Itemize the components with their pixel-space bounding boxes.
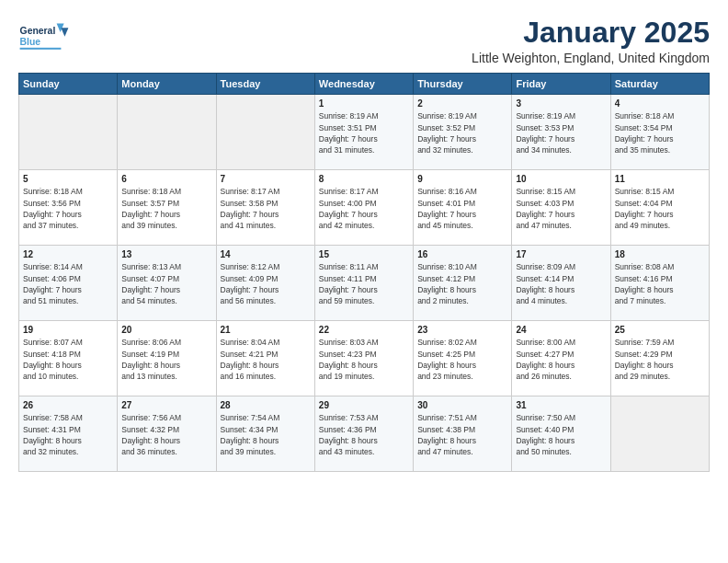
table-row: 18Sunrise: 8:08 AM Sunset: 4:16 PM Dayli… bbox=[610, 246, 709, 321]
table-row: 19Sunrise: 8:07 AM Sunset: 4:18 PM Dayli… bbox=[19, 321, 118, 396]
table-row: 1Sunrise: 8:19 AM Sunset: 3:51 PM Daylig… bbox=[314, 95, 413, 170]
day-info: Sunrise: 8:11 AM Sunset: 4:11 PM Dayligh… bbox=[319, 261, 409, 306]
day-number: 11 bbox=[615, 174, 705, 184]
month-title: January 2025 bbox=[472, 17, 710, 49]
day-info: Sunrise: 8:17 AM Sunset: 3:58 PM Dayligh… bbox=[221, 186, 311, 231]
table-row: 11Sunrise: 8:15 AM Sunset: 4:04 PM Dayli… bbox=[610, 170, 709, 246]
table-row: 4Sunrise: 8:18 AM Sunset: 3:54 PM Daylig… bbox=[610, 95, 709, 170]
day-info: Sunrise: 8:18 AM Sunset: 3:54 PM Dayligh… bbox=[615, 110, 705, 155]
location: Little Weighton, England, United Kingdom bbox=[472, 51, 710, 65]
svg-text:Blue: Blue bbox=[20, 37, 41, 47]
svg-rect-4 bbox=[20, 48, 62, 50]
day-number: 2 bbox=[417, 98, 507, 109]
day-number: 19 bbox=[23, 325, 113, 335]
day-info: Sunrise: 7:58 AM Sunset: 4:31 PM Dayligh… bbox=[23, 412, 113, 457]
calendar-body: 1Sunrise: 8:19 AM Sunset: 3:51 PM Daylig… bbox=[19, 95, 710, 472]
page: General Blue January 2025 Little Weighto… bbox=[0, 0, 728, 563]
day-number: 22 bbox=[319, 325, 409, 335]
day-number: 6 bbox=[121, 174, 211, 184]
day-info: Sunrise: 8:19 AM Sunset: 3:52 PM Dayligh… bbox=[417, 110, 507, 155]
table-row: 16Sunrise: 8:10 AM Sunset: 4:12 PM Dayli… bbox=[414, 246, 512, 321]
day-number: 12 bbox=[23, 249, 113, 259]
day-info: Sunrise: 7:59 AM Sunset: 4:29 PM Dayligh… bbox=[615, 337, 705, 382]
day-info: Sunrise: 8:06 AM Sunset: 4:19 PM Dayligh… bbox=[121, 337, 211, 382]
day-number: 25 bbox=[615, 325, 705, 335]
calendar-week-row: 26Sunrise: 7:58 AM Sunset: 4:31 PM Dayli… bbox=[19, 396, 710, 472]
calendar-table: Sunday Monday Tuesday Wednesday Thursday… bbox=[18, 73, 710, 472]
col-monday: Monday bbox=[118, 74, 216, 95]
day-info: Sunrise: 7:50 AM Sunset: 4:40 PM Dayligh… bbox=[516, 412, 606, 457]
table-row: 13Sunrise: 8:13 AM Sunset: 4:07 PM Dayli… bbox=[118, 246, 216, 321]
day-info: Sunrise: 7:54 AM Sunset: 4:34 PM Dayligh… bbox=[221, 412, 311, 457]
table-row: 21Sunrise: 8:04 AM Sunset: 4:21 PM Dayli… bbox=[216, 321, 314, 396]
table-row: 12Sunrise: 8:14 AM Sunset: 4:06 PM Dayli… bbox=[19, 246, 118, 321]
header: General Blue January 2025 Little Weighto… bbox=[18, 17, 710, 65]
table-row: 8Sunrise: 8:17 AM Sunset: 4:00 PM Daylig… bbox=[314, 170, 413, 246]
svg-marker-3 bbox=[61, 28, 68, 37]
col-sunday: Sunday bbox=[19, 74, 118, 95]
day-number: 9 bbox=[417, 174, 507, 184]
day-info: Sunrise: 7:56 AM Sunset: 4:32 PM Dayligh… bbox=[121, 412, 211, 457]
day-info: Sunrise: 8:18 AM Sunset: 3:56 PM Dayligh… bbox=[23, 186, 113, 231]
day-number: 26 bbox=[23, 400, 113, 410]
col-tuesday: Tuesday bbox=[216, 74, 314, 95]
day-number: 7 bbox=[221, 174, 311, 184]
day-number: 29 bbox=[319, 400, 409, 410]
day-number: 4 bbox=[615, 98, 705, 109]
col-friday: Friday bbox=[512, 74, 610, 95]
day-info: Sunrise: 8:03 AM Sunset: 4:23 PM Dayligh… bbox=[319, 337, 409, 382]
day-info: Sunrise: 8:04 AM Sunset: 4:21 PM Dayligh… bbox=[221, 337, 311, 382]
day-number: 3 bbox=[516, 98, 606, 109]
day-info: Sunrise: 8:17 AM Sunset: 4:00 PM Dayligh… bbox=[319, 186, 409, 231]
day-number: 10 bbox=[516, 174, 606, 184]
table-row: 22Sunrise: 8:03 AM Sunset: 4:23 PM Dayli… bbox=[314, 321, 413, 396]
calendar-week-row: 5Sunrise: 8:18 AM Sunset: 3:56 PM Daylig… bbox=[19, 170, 710, 246]
day-info: Sunrise: 8:15 AM Sunset: 4:04 PM Dayligh… bbox=[615, 186, 705, 231]
day-number: 21 bbox=[221, 325, 311, 335]
day-info: Sunrise: 8:08 AM Sunset: 4:16 PM Dayligh… bbox=[615, 261, 705, 306]
day-number: 30 bbox=[417, 400, 507, 410]
day-info: Sunrise: 8:15 AM Sunset: 4:03 PM Dayligh… bbox=[516, 186, 606, 231]
col-saturday: Saturday bbox=[610, 74, 709, 95]
day-info: Sunrise: 8:14 AM Sunset: 4:06 PM Dayligh… bbox=[23, 261, 113, 306]
calendar-week-row: 19Sunrise: 8:07 AM Sunset: 4:18 PM Dayli… bbox=[19, 321, 710, 396]
table-row: 20Sunrise: 8:06 AM Sunset: 4:19 PM Dayli… bbox=[118, 321, 216, 396]
day-info: Sunrise: 7:51 AM Sunset: 4:38 PM Dayligh… bbox=[417, 412, 507, 457]
table-row: 28Sunrise: 7:54 AM Sunset: 4:34 PM Dayli… bbox=[216, 396, 314, 472]
day-number: 13 bbox=[121, 249, 211, 259]
day-info: Sunrise: 8:18 AM Sunset: 3:57 PM Dayligh… bbox=[121, 186, 211, 231]
table-row bbox=[19, 95, 118, 170]
day-info: Sunrise: 8:19 AM Sunset: 3:51 PM Dayligh… bbox=[319, 110, 409, 155]
day-info: Sunrise: 8:07 AM Sunset: 4:18 PM Dayligh… bbox=[23, 337, 113, 382]
table-row: 23Sunrise: 8:02 AM Sunset: 4:25 PM Dayli… bbox=[414, 321, 512, 396]
table-row bbox=[216, 95, 314, 170]
calendar-week-row: 12Sunrise: 8:14 AM Sunset: 4:06 PM Dayli… bbox=[19, 246, 710, 321]
day-number: 8 bbox=[319, 174, 409, 184]
day-info: Sunrise: 8:16 AM Sunset: 4:01 PM Dayligh… bbox=[417, 186, 507, 231]
table-row bbox=[118, 95, 216, 170]
title-block: January 2025 Little Weighton, England, U… bbox=[472, 17, 710, 65]
day-info: Sunrise: 8:00 AM Sunset: 4:27 PM Dayligh… bbox=[516, 337, 606, 382]
table-row: 5Sunrise: 8:18 AM Sunset: 3:56 PM Daylig… bbox=[19, 170, 118, 246]
table-row: 26Sunrise: 7:58 AM Sunset: 4:31 PM Dayli… bbox=[19, 396, 118, 472]
calendar-header-row: Sunday Monday Tuesday Wednesday Thursday… bbox=[19, 74, 710, 95]
day-number: 5 bbox=[23, 174, 113, 184]
day-info: Sunrise: 8:09 AM Sunset: 4:14 PM Dayligh… bbox=[516, 261, 606, 306]
day-number: 31 bbox=[516, 400, 606, 410]
table-row: 17Sunrise: 8:09 AM Sunset: 4:14 PM Dayli… bbox=[512, 246, 610, 321]
day-number: 27 bbox=[121, 400, 211, 410]
day-number: 14 bbox=[221, 249, 311, 259]
table-row: 3Sunrise: 8:19 AM Sunset: 3:53 PM Daylig… bbox=[512, 95, 610, 170]
table-row: 7Sunrise: 8:17 AM Sunset: 3:58 PM Daylig… bbox=[216, 170, 314, 246]
col-wednesday: Wednesday bbox=[314, 74, 413, 95]
table-row: 27Sunrise: 7:56 AM Sunset: 4:32 PM Dayli… bbox=[118, 396, 216, 472]
table-row: 14Sunrise: 8:12 AM Sunset: 4:09 PM Dayli… bbox=[216, 246, 314, 321]
day-number: 28 bbox=[221, 400, 311, 410]
day-number: 17 bbox=[516, 249, 606, 259]
day-number: 24 bbox=[516, 325, 606, 335]
day-number: 15 bbox=[319, 249, 409, 259]
table-row: 25Sunrise: 7:59 AM Sunset: 4:29 PM Dayli… bbox=[610, 321, 709, 396]
svg-text:General: General bbox=[20, 26, 56, 36]
table-row: 6Sunrise: 8:18 AM Sunset: 3:57 PM Daylig… bbox=[118, 170, 216, 246]
day-number: 20 bbox=[121, 325, 211, 335]
